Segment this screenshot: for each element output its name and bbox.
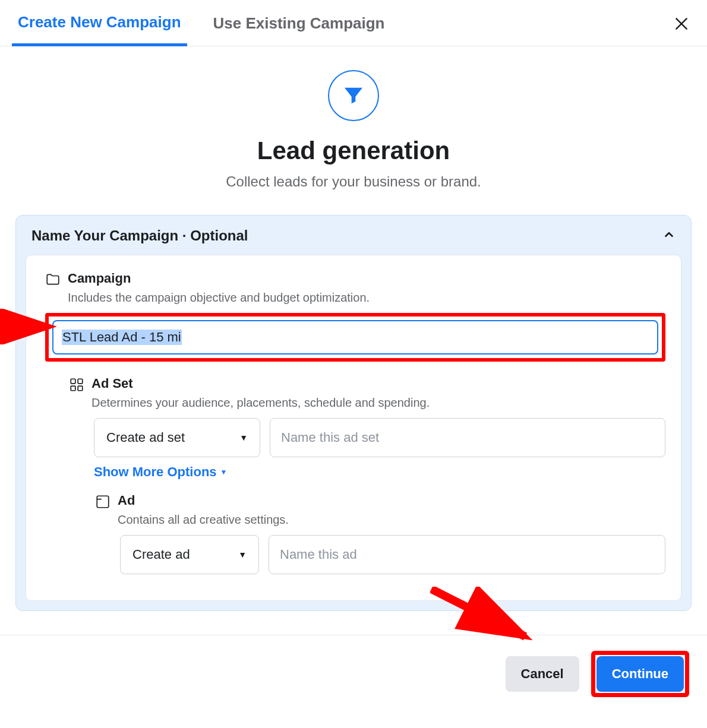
ad-name-input[interactable] xyxy=(269,535,665,574)
ad-group: Ad Contains all ad creative settings. Cr… xyxy=(91,493,665,574)
tab-use-existing-campaign[interactable]: Use Existing Campaign xyxy=(207,6,391,45)
campaign-group: Campaign Includes the campaign objective… xyxy=(42,271,665,362)
adset-name-input[interactable] xyxy=(270,418,665,457)
adset-select[interactable]: Create ad set ▼ xyxy=(94,418,260,457)
modal-tabs: Create New Campaign Use Existing Campaig… xyxy=(0,0,707,46)
caret-down-icon: ▼ xyxy=(238,550,247,559)
name-campaign-section: Name Your Campaign · Optional Campaign I… xyxy=(15,215,692,611)
ad-icon xyxy=(94,493,112,511)
adset-label: Ad Set xyxy=(91,376,133,391)
ad-select-label: Create ad xyxy=(132,547,190,562)
show-more-label: Show More Options xyxy=(94,464,217,480)
adset-group: Ad Set Determines your audience, placeme… xyxy=(65,376,665,574)
annotation-highlight-box: STL Lead Ad - 15 mi xyxy=(45,313,665,362)
cancel-button[interactable]: Cancel xyxy=(506,656,579,692)
svg-rect-2 xyxy=(71,379,75,384)
svg-rect-6 xyxy=(97,496,109,508)
adset-select-label: Create ad set xyxy=(106,430,185,445)
modal-footer: Cancel Continue xyxy=(0,635,707,713)
chevron-up-icon xyxy=(662,228,676,244)
campaign-name-input[interactable]: STL Lead Ad - 15 mi xyxy=(52,320,658,354)
objective-hero: Lead generation Collect leads for your b… xyxy=(0,46,707,208)
svg-rect-3 xyxy=(78,379,83,384)
section-header-label: Name Your Campaign · Optional xyxy=(31,227,248,244)
objective-subtitle: Collect leads for your business or brand… xyxy=(12,173,695,190)
folder-icon xyxy=(44,271,62,289)
ad-select[interactable]: Create ad ▼ xyxy=(120,535,259,574)
grid-icon xyxy=(68,376,86,394)
caret-down-icon: ▼ xyxy=(220,468,228,476)
adset-desc: Determines your audience, placements, sc… xyxy=(91,396,665,410)
show-more-options-link[interactable]: Show More Options ▼ xyxy=(94,464,227,480)
section-header[interactable]: Name Your Campaign · Optional xyxy=(16,216,691,255)
close-icon[interactable] xyxy=(668,11,695,40)
ad-label: Ad xyxy=(118,493,135,508)
tab-create-new-campaign[interactable]: Create New Campaign xyxy=(12,5,187,46)
svg-rect-4 xyxy=(71,386,75,391)
caret-down-icon: ▼ xyxy=(239,433,248,442)
annotation-highlight-box: Continue xyxy=(591,651,689,697)
campaign-name-value: STL Lead Ad - 15 mi xyxy=(62,330,182,345)
campaign-label: Campaign xyxy=(68,271,131,286)
campaign-desc: Includes the campaign objective and budg… xyxy=(68,291,665,305)
ad-desc: Contains all ad creative settings. xyxy=(118,513,665,527)
svg-rect-5 xyxy=(78,386,83,391)
funnel-icon xyxy=(328,70,379,121)
objective-title: Lead generation xyxy=(12,137,695,165)
continue-button[interactable]: Continue xyxy=(596,656,684,692)
